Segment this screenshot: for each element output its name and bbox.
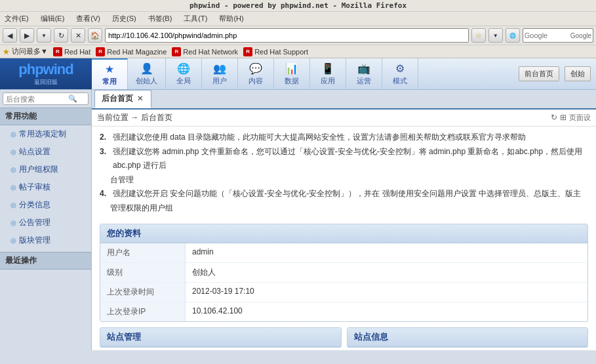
site-info-section: 站点信息	[347, 327, 589, 348]
nav-icon-common: ★	[105, 63, 114, 75]
sidebar-label: 分类信息	[19, 199, 50, 211]
notice-text: 强烈建议您开启 安全问题功能（「核心设置-安全与优化-安全控制」），并在 强制使…	[113, 187, 581, 201]
sidebar-item-site-settings[interactable]: ◎ 站点设置	[0, 143, 91, 161]
redhat-icon: R	[53, 47, 62, 56]
browser-menubar: 文件(E) 编辑(E) 查看(V) 历史(S) 书签(B) 工具(T) 帮助(H…	[0, 12, 596, 26]
profile-header: 您的资料	[100, 224, 587, 243]
menu-help[interactable]: 帮助(H)	[217, 13, 245, 24]
profile-row-level: 级别 创始人	[100, 263, 587, 283]
menu-tools[interactable]: 工具(T)	[182, 13, 209, 24]
profile-value-last-login-ip: 10.106.42.100	[186, 302, 587, 321]
nav-item-mode[interactable]: ⚙ 模式	[382, 58, 418, 89]
notice-4: 4. 强烈建议您开启 安全问题功能（「核心设置-安全与优化-安全控制」），并在 …	[100, 187, 588, 201]
most-visited-label: 访问最多▼	[12, 47, 48, 56]
nav-icon-mode: ⚙	[395, 62, 405, 75]
home-button[interactable]: 🏠	[88, 28, 102, 43]
notices-section: 2. 强烈建议您使用 data 目录隐藏功能，此功能可大大提高网站安全性，设置方…	[92, 127, 596, 220]
bookmark-label: Red Hat Magazine	[107, 48, 167, 56]
breadcrumb: 当前位置 → 后台首页	[97, 112, 172, 123]
bookmark-star[interactable]: ☆	[471, 28, 486, 43]
nav-item-apps[interactable]: 📱 应用	[310, 58, 346, 89]
profile-label-last-login-time: 上次登录时间	[100, 283, 186, 302]
create-button[interactable]: 创始	[565, 66, 591, 81]
nav-item-operations[interactable]: 📺 运营	[346, 58, 382, 89]
menu-history[interactable]: 历史(S)	[110, 13, 138, 24]
bookmarks-bar: ★ 访问最多▼ R Red Hat R Red Hat Magazine R R…	[0, 45, 596, 58]
sidebar-section-recent: 最近操作	[0, 252, 91, 270]
sidebar-item-custom[interactable]: ◎ 常用选项定制	[0, 125, 91, 143]
bottom-sections: 站点管理 站点信息	[100, 327, 588, 348]
nav-icon-founder: 👤	[140, 62, 153, 75]
search-input[interactable]	[525, 31, 570, 39]
profile-row-last-login-ip: 上次登录IP 10.106.42.100	[100, 302, 587, 321]
nav-label-operations: 运营	[357, 76, 371, 86]
dot-icon: ◎	[10, 148, 16, 155]
bookmark-label: Red Hat Support	[254, 48, 308, 56]
nav-icon-global: 🌐	[177, 62, 190, 75]
nav-item-content[interactable]: 💬 内容	[238, 58, 274, 89]
notice-3: 3. 强烈建议您将 admin.php 文件重新命名，您可以通过「核心设置-安全…	[100, 145, 588, 173]
logo-sub: 返回旧版	[34, 78, 58, 87]
nav-item-users[interactable]: 👥 用户	[202, 58, 238, 89]
sidebar-item-categories[interactable]: ◎ 分类信息	[0, 196, 91, 214]
nav-icon-users: 👥	[213, 62, 226, 75]
bookmark-redhat[interactable]: R Red Hat	[53, 47, 90, 56]
tab-dashboard[interactable]: 后台首页 ✕	[94, 90, 151, 108]
dot-icon: ◎	[10, 201, 16, 209]
bookmark-redhat-support[interactable]: R Red Hat Support	[243, 47, 308, 56]
sidebar-item-user-groups[interactable]: ◎ 用户组权限	[0, 161, 91, 178]
location-icon[interactable]: 🌐	[506, 28, 520, 43]
url-bar[interactable]	[105, 28, 469, 43]
most-visited-button[interactable]: ★ 访问最多▼	[3, 47, 48, 56]
sidebar-item-post-review[interactable]: ◎ 帖子审核	[0, 178, 91, 196]
stop-button[interactable]: ✕	[71, 28, 85, 43]
menu-edit[interactable]: 编辑(E)	[39, 13, 67, 24]
nav-label-mode: 模式	[393, 76, 407, 86]
nav-label-apps: 应用	[321, 76, 335, 86]
nav-item-common[interactable]: ★ 常用	[92, 58, 128, 89]
bookmark-redhat-magazine[interactable]: R Red Hat Magazine	[96, 47, 167, 56]
nav-item-global[interactable]: 🌐 全局	[166, 58, 202, 89]
nav-icon-apps: 📱	[321, 62, 334, 75]
front-page-button[interactable]: 前台首页	[519, 66, 559, 81]
url-dropdown[interactable]: ▼	[488, 28, 503, 43]
sidebar-section-common: 常用功能	[0, 108, 91, 125]
nav-label-data: 数据	[285, 76, 299, 86]
nav-item-data[interactable]: 📊 数据	[274, 58, 310, 89]
nav-item-founder[interactable]: 👤 创始人	[128, 58, 166, 89]
nav-label-common: 常用	[102, 77, 117, 87]
profile-row-username: 用户名 admin	[100, 243, 587, 263]
logo-text: phpwind	[18, 61, 73, 78]
site-info-header: 站点信息	[348, 328, 588, 347]
dropdown-button[interactable]: ▼	[37, 28, 51, 43]
sidebar-item-announcements[interactable]: ◎ 公告管理	[0, 214, 91, 232]
sidebar-label: 公告管理	[19, 217, 50, 228]
forward-button[interactable]: ▶	[20, 28, 34, 43]
tab-close-icon[interactable]: ✕	[136, 94, 144, 103]
nav-label-global: 全局	[176, 76, 191, 86]
menu-view[interactable]: 查看(V)	[74, 13, 102, 24]
refresh-button[interactable]: ↻	[54, 28, 68, 43]
menu-bookmarks[interactable]: 书签(B)	[146, 13, 174, 24]
notice-num: 2.	[100, 131, 110, 145]
bookmark-redhat-network[interactable]: R Red Hat Network	[172, 47, 238, 56]
profile-label-username: 用户名	[100, 243, 186, 262]
browser-titlebar: phpwind - powered by phpwind.net - Mozil…	[0, 0, 596, 12]
sidebar-item-blocks[interactable]: ◎ 版块管理	[0, 232, 91, 249]
menu-file[interactable]: 文件(E)	[3, 13, 31, 24]
back-button[interactable]: ◀	[3, 28, 17, 43]
breadcrumb-bar: 当前位置 → 后台首页 ↻ ⊞ 页面设	[92, 110, 596, 127]
notice-3-cont: 台管理	[100, 173, 588, 188]
bookmark-label: Red Hat	[64, 48, 90, 56]
window-title: phpwind - powered by phpwind.net - Mozil…	[189, 1, 407, 10]
grid-icon[interactable]: ⊞	[560, 113, 566, 123]
browser-toolbar: ◀ ▶ ▼ ↻ ✕ 🏠 ☆ ▼ 🌐 Google	[0, 26, 596, 45]
top-navigation: phpwind 返回旧版 ★ 常用 👤 创始人 🌐 全局 👥 用户 💬 内	[0, 58, 596, 90]
refresh-icon[interactable]: ↻	[551, 113, 557, 123]
dot-icon: ◎	[10, 237, 16, 244]
sidebar-label: 常用选项定制	[19, 129, 66, 140]
nav-items: ★ 常用 👤 创始人 🌐 全局 👥 用户 💬 内容 📊 数据	[92, 58, 513, 89]
star-icon: ★	[3, 47, 10, 56]
search-bar: Google	[523, 28, 593, 43]
sidebar-search-input[interactable]	[6, 95, 68, 103]
